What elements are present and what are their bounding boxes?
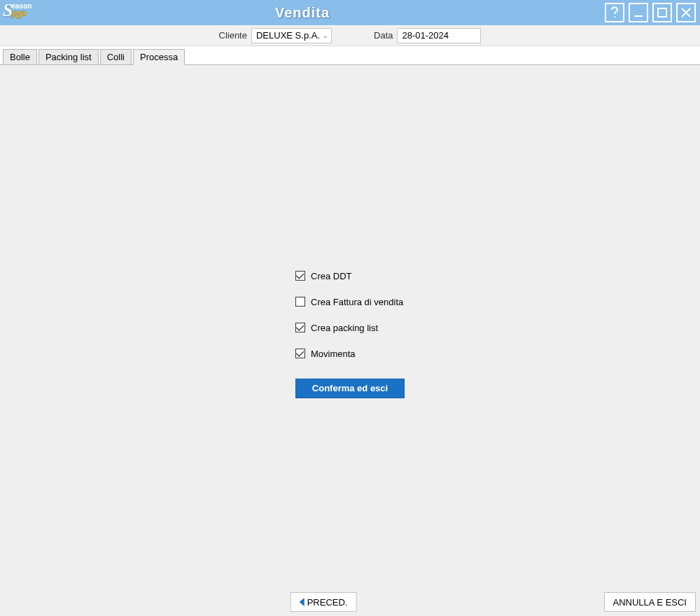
checkbox-crea_ddt[interactable] bbox=[295, 271, 305, 281]
checkbox-label-crea_fattura: Crea Fattura di vendita bbox=[311, 296, 403, 307]
confirm-exit-button[interactable]: Conferma ed esci bbox=[295, 378, 405, 398]
checkbox-movimenta[interactable] bbox=[295, 349, 305, 358]
bottom-bar: PRECED. ANNULLA E ESCI bbox=[0, 592, 700, 612]
tab-packing-list[interactable]: Packing list bbox=[38, 49, 99, 65]
checkbox-label-crea_ddt: Crea DDT bbox=[311, 270, 352, 281]
previous-button[interactable]: PRECED. bbox=[290, 592, 357, 612]
help-button[interactable] bbox=[605, 3, 624, 22]
tab-row: Bolle Packing list Colli Processa bbox=[0, 46, 700, 65]
checkbox-row-crea_ddt[interactable]: Crea DDT bbox=[295, 270, 405, 281]
checkbox-crea_packing[interactable] bbox=[295, 323, 305, 332]
tab-body: Crea DDTCrea Fattura di venditaCrea pack… bbox=[0, 64, 700, 616]
tab-bolle[interactable]: Bolle bbox=[3, 49, 37, 65]
checkbox-label-movimenta: Movimenta bbox=[311, 348, 356, 358]
cancel-exit-button[interactable]: ANNULLA E ESCI bbox=[604, 592, 696, 612]
checkbox-row-movimenta[interactable]: Movimenta bbox=[295, 348, 405, 358]
data-field: Data 28-01-2024 bbox=[374, 28, 481, 43]
cliente-combo[interactable]: DELUXE S.p.A. ⌄ bbox=[251, 28, 332, 43]
cliente-field: Cliente DELUXE S.p.A. ⌄ bbox=[219, 28, 332, 43]
cliente-value: DELUXE S.p.A. bbox=[256, 30, 320, 41]
logo-rp: RP bbox=[11, 10, 31, 20]
arrow-left-icon bbox=[300, 598, 304, 606]
checkbox-crea_fattura[interactable] bbox=[295, 297, 305, 307]
processa-panel: Crea DDTCrea Fattura di venditaCrea pack… bbox=[295, 270, 405, 398]
data-label: Data bbox=[374, 30, 393, 41]
confirm-exit-label: Conferma ed esci bbox=[312, 383, 388, 393]
minimize-button[interactable] bbox=[629, 3, 648, 22]
tab-colli-label: Colli bbox=[107, 52, 125, 62]
svg-rect-2 bbox=[658, 8, 666, 17]
header-toolbar: Cliente DELUXE S.p.A. ⌄ Data 28-01-2024 bbox=[0, 25, 700, 46]
data-input[interactable]: 28-01-2024 bbox=[397, 28, 481, 43]
app-logo: S eason RP bbox=[3, 1, 31, 20]
chevron-down-icon: ⌄ bbox=[323, 32, 328, 39]
data-value: 28-01-2024 bbox=[402, 30, 449, 41]
maximize-button[interactable] bbox=[652, 3, 672, 22]
tab-colli[interactable]: Colli bbox=[100, 49, 132, 65]
cancel-exit-label: ANNULLA E ESCI bbox=[613, 597, 687, 608]
tab-processa-label: Processa bbox=[140, 52, 178, 62]
svg-point-0 bbox=[615, 16, 616, 18]
checkbox-row-crea_packing[interactable]: Crea packing list bbox=[295, 322, 405, 332]
checkbox-label-crea_packing: Crea packing list bbox=[311, 322, 378, 332]
titlebar: S eason RP Vendita bbox=[0, 0, 700, 25]
checkbox-row-crea_fattura[interactable]: Crea Fattura di vendita bbox=[295, 296, 405, 307]
close-button[interactable] bbox=[676, 3, 696, 22]
tab-bolle-label: Bolle bbox=[10, 52, 30, 62]
window-title: Vendita bbox=[0, 5, 605, 21]
cliente-label: Cliente bbox=[219, 30, 247, 41]
tab-packing-label: Packing list bbox=[46, 52, 92, 62]
previous-label: PRECED. bbox=[307, 597, 348, 608]
tab-processa[interactable]: Processa bbox=[133, 49, 185, 65]
window-controls bbox=[605, 0, 700, 25]
